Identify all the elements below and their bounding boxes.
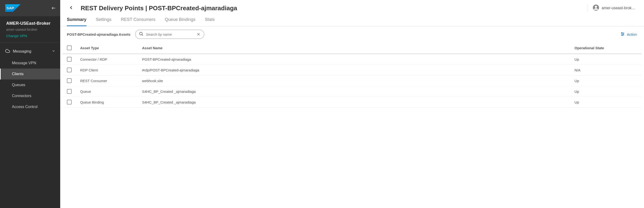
row-checkbox[interactable]: [67, 57, 72, 62]
tab-queue-bindings[interactable]: Queue Bindings: [165, 17, 196, 26]
row-checkbox[interactable]: [67, 100, 72, 104]
sidebar-item-message-vpn[interactable]: Message VPN: [0, 58, 60, 68]
user-name: amer-useast-broker-…: [602, 6, 637, 10]
sidebar-collapse-button[interactable]: [51, 6, 56, 11]
svg-point-11: [622, 32, 622, 33]
back-button[interactable]: [67, 3, 76, 13]
sidebar: SAP AMER-USEast-Broker amer-useast-broke…: [0, 0, 60, 208]
chevron-down-icon: [52, 49, 56, 54]
assets-table: Asset Type Asset Name Operational State …: [62, 42, 642, 108]
broker-subname: amer-useast-broker: [6, 27, 54, 32]
svg-point-4: [140, 32, 142, 35]
select-all-checkbox[interactable]: [67, 46, 72, 50]
cell-asset-type: Connector / RDP: [76, 54, 138, 65]
row-checkbox[interactable]: [67, 68, 72, 72]
svg-line-5: [142, 35, 143, 36]
header-asset-type[interactable]: Asset Type: [76, 42, 138, 54]
cell-operational-state: N/A: [570, 65, 642, 76]
action-label: Action: [627, 32, 637, 36]
cell-asset-name: #rdp/POST-BPCreated-ajmaradiaga: [138, 65, 570, 76]
search-box: [135, 30, 204, 39]
user-info[interactable]: amer-useast-broker-…: [588, 4, 637, 12]
search-input[interactable]: [146, 32, 194, 36]
svg-point-3: [595, 6, 597, 8]
tab-rest-consumers[interactable]: REST Consumers: [121, 17, 156, 26]
tab-summary[interactable]: Summary: [67, 17, 86, 26]
cell-asset-type: REST Consumer: [76, 76, 138, 86]
page-title: REST Delivery Points | POST-BPCreated-aj…: [81, 4, 237, 12]
toolbar: POST-BPCreated-ajmaradiaga Assets Action: [60, 26, 644, 42]
cell-operational-state: Up: [570, 86, 642, 97]
cloud-icon: [5, 48, 10, 54]
main-content: REST Delivery Points | POST-BPCreated-aj…: [60, 0, 644, 208]
tabs: Summary Settings REST Consumers Queue Bi…: [60, 13, 644, 26]
nav-group-messaging[interactable]: Messaging: [0, 45, 60, 58]
broker-name: AMER-USEast-Broker: [6, 21, 54, 26]
tab-stats[interactable]: Stats: [205, 17, 215, 26]
cell-asset-type: RDP Client: [76, 65, 138, 76]
sap-logo: SAP: [5, 4, 20, 12]
svg-point-12: [623, 34, 624, 34]
clear-search-button[interactable]: [196, 32, 201, 36]
nav-group-label: Messaging: [13, 49, 31, 54]
table-header-row: Asset Type Asset Name Operational State: [62, 42, 642, 54]
table-row[interactable]: REST Consumer webhook.site Up: [62, 76, 642, 86]
cell-asset-name: POST-BPCreated-ajmaradiaga: [138, 54, 570, 65]
svg-point-13: [622, 35, 622, 36]
table-row[interactable]: Connector / RDP POST-BPCreated-ajmaradia…: [62, 54, 642, 65]
cell-operational-state: Up: [570, 97, 642, 108]
search-icon: [139, 32, 144, 37]
cell-asset-name: S4HC_BP_Created _ajmaradiaga: [138, 86, 570, 97]
broker-info: AMER-USEast-Broker amer-useast-broker Ch…: [0, 16, 60, 42]
cell-asset-type: Queue Binding: [76, 97, 138, 108]
top-bar: REST Delivery Points | POST-BPCreated-aj…: [60, 0, 644, 13]
header-operational-state[interactable]: Operational State: [570, 42, 642, 54]
assets-label: POST-BPCreated-ajmaradiaga Assets: [67, 32, 130, 36]
table-row[interactable]: RDP Client #rdp/POST-BPCreated-ajmaradia…: [62, 65, 642, 76]
table-row[interactable]: Queue Binding S4HC_BP_Created _ajmaradia…: [62, 97, 642, 108]
sidebar-header: SAP: [0, 0, 60, 16]
cell-asset-name: S4HC_BP_Created _ajmaradiaga: [138, 97, 570, 108]
row-checkbox[interactable]: [67, 78, 72, 83]
cell-asset-name: webhook.site: [138, 76, 570, 86]
sidebar-item-access-control[interactable]: Access Control: [0, 102, 60, 112]
tab-settings[interactable]: Settings: [96, 17, 112, 26]
avatar-icon: [592, 4, 599, 12]
sidebar-item-queues[interactable]: Queues: [0, 80, 60, 90]
svg-text:SAP: SAP: [7, 6, 14, 10]
cell-asset-type: Queue: [76, 86, 138, 97]
cell-operational-state: Up: [570, 54, 642, 65]
action-button[interactable]: Action: [618, 30, 639, 38]
nav-section: Messaging Message VPN Clients Queues Con…: [0, 42, 60, 112]
tune-icon: [620, 32, 625, 37]
sidebar-item-connectors[interactable]: Connectors: [0, 90, 60, 102]
table-row[interactable]: Queue S4HC_BP_Created _ajmaradiaga Up: [62, 86, 642, 97]
sidebar-item-clients[interactable]: Clients: [0, 68, 60, 80]
row-checkbox[interactable]: [67, 89, 72, 94]
cell-operational-state: Up: [570, 76, 642, 86]
header-asset-name[interactable]: Asset Name: [138, 42, 570, 54]
change-vpn-link[interactable]: Change VPN: [6, 34, 54, 38]
